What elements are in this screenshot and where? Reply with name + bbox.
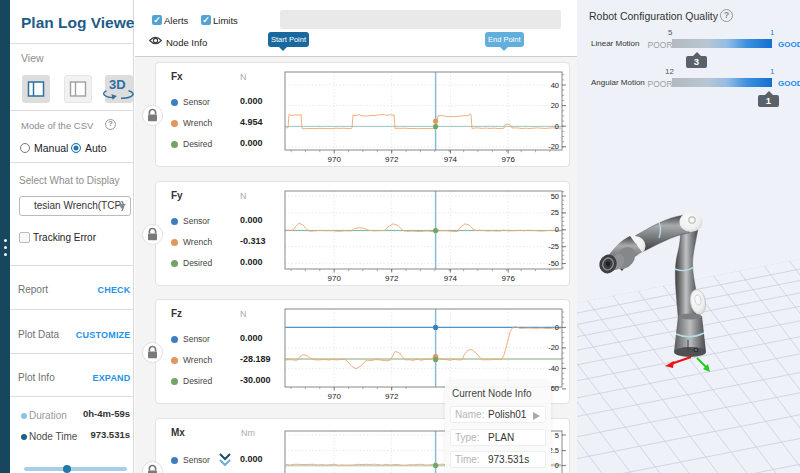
svg-text:974: 974 (444, 274, 458, 283)
svg-text:-50: -50 (548, 259, 559, 268)
svg-text:25: 25 (551, 208, 559, 217)
svg-text:-40: -40 (548, 364, 559, 373)
svg-text:20: 20 (551, 101, 559, 110)
svg-text:970: 970 (328, 155, 342, 164)
svg-text:50: 50 (551, 192, 559, 201)
svg-text:0: 0 (555, 225, 559, 234)
svg-text:0: 0 (555, 461, 559, 470)
svg-text:5: 5 (555, 431, 559, 440)
svg-text:972: 972 (385, 274, 399, 283)
svg-text:970: 970 (328, 274, 342, 283)
svg-text:3D: 3D (109, 77, 126, 92)
svg-text:-25: -25 (548, 242, 559, 251)
svg-text:972: 972 (385, 392, 399, 401)
svg-text:-20: -20 (548, 142, 559, 151)
svg-text:974: 974 (444, 155, 458, 164)
svg-text:970: 970 (328, 392, 342, 401)
svg-text:-20: -20 (548, 343, 559, 352)
svg-text:0: 0 (555, 122, 559, 131)
svg-text:976: 976 (502, 155, 516, 164)
svg-text:0: 0 (555, 323, 559, 332)
svg-text:976: 976 (502, 274, 516, 283)
svg-text:972: 972 (385, 155, 399, 164)
svg-text:40: 40 (551, 81, 559, 90)
